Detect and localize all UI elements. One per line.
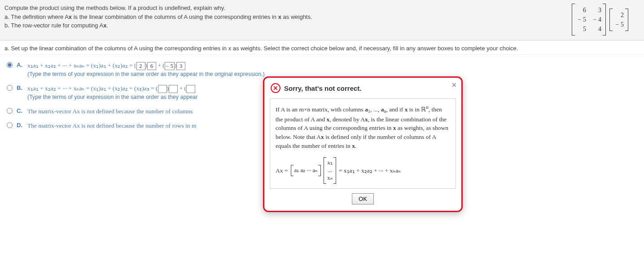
radio-a[interactable] (7, 62, 13, 68)
matrix-a: 63 − 5− 4 54 (572, 4, 606, 36)
modal-header: ✕ Sorry, that's not correct. ✕ (264, 78, 461, 97)
choice-a-body: x₁a₁ + x₂a₂ + ··· + xₙaₙ = (x₁)a₁ + (x₂)… (27, 61, 265, 79)
choice-letter: D. (17, 122, 25, 129)
header-line-3: b. The row-vector rule for computing Ax. (4, 21, 312, 30)
choice-c-body: The matrix-vector Ax is not defined beca… (27, 107, 193, 116)
radio-c[interactable] (7, 108, 13, 114)
choice-letter: B. (17, 84, 25, 91)
close-icon[interactable]: ✕ (451, 81, 457, 89)
answer-box-a3[interactable]: − 5 (165, 62, 175, 70)
choice-a-hint: (Type the terms of your expression in th… (27, 70, 265, 79)
part-a-prompt: a. Set up the linear combination of the … (0, 40, 644, 55)
choice-letter: A. (17, 62, 25, 68)
problem-matrices: 63 − 5− 4 54 2 − 5 (572, 4, 628, 36)
problem-statement: Compute the product using the methods be… (4, 4, 312, 30)
choice-b-hint: (Type the terms of your expression in th… (27, 93, 197, 102)
feedback-modal: ✕ Sorry, that's not correct. ✕ If A is a… (263, 76, 463, 133)
answer-box-a1[interactable]: 2 (136, 62, 145, 70)
answer-box-b3[interactable] (186, 85, 195, 93)
radio-d[interactable] (7, 122, 13, 128)
vector-x: 2 − 5 (609, 9, 628, 31)
choice-b-body: x₁a₁ + x₂a₂ + ··· + xₙaₙ = (x₁)a₁ + (x₂)… (27, 84, 197, 102)
modal-title: Sorry, that's not correct. (284, 84, 362, 92)
header-line-2: a. The definition where Ax is the linear… (4, 13, 312, 22)
error-icon: ✕ (271, 83, 280, 93)
header-line-1: Compute the product using the methods be… (4, 4, 312, 13)
modal-body: If A is an m×n matrix, with columns a1, … (270, 98, 456, 133)
radio-b[interactable] (7, 85, 13, 91)
choice-letter: C. (17, 107, 25, 114)
answer-box-a4[interactable]: 3 (176, 62, 185, 70)
problem-header: Compute the product using the methods be… (0, 0, 644, 40)
answer-box-a2[interactable]: 6 (147, 62, 156, 70)
answer-box-b2[interactable] (169, 85, 178, 93)
choice-d-body: The matrix-vector Ax is not defined beca… (27, 121, 196, 130)
answer-box-b1[interactable] (158, 85, 167, 93)
